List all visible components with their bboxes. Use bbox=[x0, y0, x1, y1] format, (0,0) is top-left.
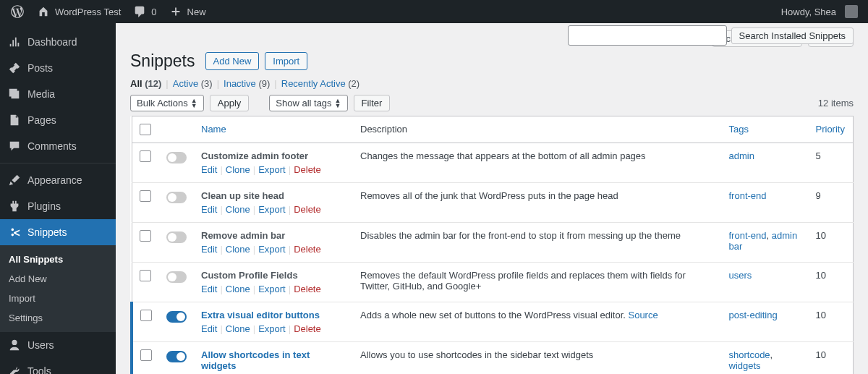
snippet-description: Disables the admin bar for the front-end… bbox=[360, 230, 681, 241]
row-checkbox[interactable] bbox=[140, 349, 152, 361]
export-link[interactable]: Export bbox=[258, 323, 286, 334]
submenu-item-import[interactable]: Import bbox=[0, 289, 116, 308]
delete-link[interactable]: Delete bbox=[294, 323, 321, 334]
sort-priority[interactable]: Priority bbox=[816, 124, 845, 135]
active-toggle[interactable] bbox=[166, 311, 187, 323]
edit-link[interactable]: Edit bbox=[201, 244, 217, 255]
menu-item-posts[interactable]: Posts bbox=[0, 55, 116, 81]
row-checkbox[interactable] bbox=[140, 150, 151, 162]
user-icon bbox=[7, 338, 22, 352]
row-actions: Edit|Clone|Export|Delete bbox=[201, 323, 346, 334]
view-filter-recently-active[interactable]: Recently Active (2) bbox=[281, 78, 359, 89]
table-row: Customize admin footerEdit|Clone|Export|… bbox=[132, 143, 854, 183]
add-new-button[interactable]: Add New bbox=[205, 52, 260, 70]
active-toggle[interactable] bbox=[166, 271, 187, 283]
export-link[interactable]: Export bbox=[258, 204, 286, 215]
wp-logo[interactable] bbox=[4, 0, 30, 23]
table-row: Remove admin barEdit|Clone|Export|Delete… bbox=[132, 223, 854, 263]
my-account[interactable]: Howdy, Shea bbox=[775, 0, 864, 23]
filter-button[interactable]: Filter bbox=[354, 95, 391, 111]
select-all-checkbox[interactable] bbox=[140, 124, 151, 135]
tag-link[interactable]: front-end bbox=[729, 230, 767, 241]
menu-label: Tools bbox=[27, 365, 51, 374]
view-filter-all[interactable]: All (12) bbox=[130, 78, 161, 89]
menu-item-media[interactable]: Media bbox=[0, 81, 116, 107]
submenu-item-add-new[interactable]: Add New bbox=[0, 269, 116, 289]
tags-filter-select[interactable]: Show all tags ▲▼ bbox=[269, 95, 347, 111]
pin-icon bbox=[7, 61, 22, 75]
edit-link[interactable]: Edit bbox=[201, 204, 217, 215]
plugin-icon bbox=[7, 199, 22, 213]
menu-item-pages[interactable]: Pages bbox=[0, 107, 116, 133]
delete-link[interactable]: Delete bbox=[294, 204, 321, 215]
apply-button[interactable]: Apply bbox=[210, 95, 250, 111]
home-icon bbox=[36, 4, 51, 19]
new-content[interactable]: New bbox=[163, 0, 212, 23]
row-checkbox[interactable] bbox=[140, 310, 152, 321]
menu-item-snippets[interactable]: Snippets bbox=[0, 219, 116, 245]
clone-link[interactable]: Clone bbox=[226, 323, 250, 334]
edit-link[interactable]: Edit bbox=[201, 323, 217, 334]
tag-link[interactable]: front-end bbox=[729, 190, 767, 201]
tag-link[interactable]: post-editing bbox=[729, 310, 778, 320]
comments-moderation[interactable]: 0 bbox=[127, 0, 162, 23]
edit-link[interactable]: Edit bbox=[201, 284, 217, 294]
view-count: (2) bbox=[348, 78, 359, 89]
active-toggle[interactable] bbox=[166, 192, 187, 203]
search-button[interactable]: Search Installed Snippets bbox=[731, 27, 854, 44]
clone-link[interactable]: Clone bbox=[226, 204, 250, 215]
delete-link[interactable]: Delete bbox=[294, 164, 321, 175]
active-toggle[interactable] bbox=[166, 152, 187, 163]
delete-link[interactable]: Delete bbox=[294, 284, 321, 294]
avatar-icon bbox=[845, 5, 858, 18]
active-toggle[interactable] bbox=[166, 231, 187, 243]
menu-label: Posts bbox=[27, 62, 53, 74]
snippet-title[interactable]: Allow shortcodes in text widgets bbox=[201, 349, 346, 371]
export-link[interactable]: Export bbox=[258, 244, 286, 255]
export-link[interactable]: Export bbox=[258, 284, 286, 294]
menu-item-plugins[interactable]: Plugins bbox=[0, 193, 116, 219]
snippet-title[interactable]: Customize admin footer bbox=[201, 150, 346, 161]
snippet-title[interactable]: Clean up site head bbox=[201, 190, 346, 201]
new-label: New bbox=[187, 7, 206, 17]
table-row: Allow shortcodes in text widgetsEdit|Clo… bbox=[132, 342, 854, 375]
view-filter-inactive[interactable]: Inactive (9) bbox=[224, 78, 270, 89]
snippet-title[interactable]: Extra visual editor buttons bbox=[201, 310, 346, 320]
submenu-item-settings[interactable]: Settings bbox=[0, 308, 116, 328]
menu-item-comments[interactable]: Comments bbox=[0, 133, 116, 159]
tag-link[interactable]: widgets bbox=[729, 360, 761, 371]
priority-value: 9 bbox=[809, 183, 854, 223]
tag-link[interactable]: admin bbox=[729, 150, 754, 161]
tag-link[interactable]: shortcode bbox=[729, 349, 770, 360]
menu-item-tools[interactable]: Tools bbox=[0, 358, 116, 374]
main-content: Screen Options▼ Help▼ Search Installed S… bbox=[116, 23, 868, 374]
menu-item-users[interactable]: Users bbox=[0, 332, 116, 358]
submenu-item-all-snippets[interactable]: All Snippets bbox=[0, 250, 116, 269]
sort-name[interactable]: Name bbox=[201, 124, 226, 135]
export-link[interactable]: Export bbox=[258, 164, 286, 175]
admin-sidebar: DashboardPostsMediaPagesCommentsAppearan… bbox=[0, 23, 116, 374]
delete-link[interactable]: Delete bbox=[294, 244, 321, 255]
search-input[interactable] bbox=[568, 25, 727, 46]
row-checkbox[interactable] bbox=[140, 190, 151, 202]
row-checkbox[interactable] bbox=[140, 230, 151, 242]
row-checkbox[interactable] bbox=[140, 270, 151, 281]
snippet-title[interactable]: Custom Profile Fields bbox=[201, 270, 346, 281]
clone-link[interactable]: Clone bbox=[226, 164, 250, 175]
active-toggle[interactable] bbox=[166, 351, 187, 362]
clone-link[interactable]: Clone bbox=[226, 284, 250, 294]
menu-item-appearance[interactable]: Appearance bbox=[0, 167, 116, 193]
bulk-actions-select[interactable]: Bulk Actions ▲▼ bbox=[130, 95, 204, 111]
edit-link[interactable]: Edit bbox=[201, 164, 217, 175]
menu-label: Pages bbox=[27, 114, 56, 126]
view-filter-active[interactable]: Active (3) bbox=[173, 78, 213, 89]
snippet-title[interactable]: Remove admin bar bbox=[201, 230, 346, 241]
import-button[interactable]: Import bbox=[265, 52, 307, 70]
source-link[interactable]: Source bbox=[628, 310, 658, 320]
menu-item-dashboard[interactable]: Dashboard bbox=[0, 29, 116, 55]
sort-tags[interactable]: Tags bbox=[729, 124, 749, 135]
site-home[interactable]: WordPress Test bbox=[30, 0, 127, 23]
tag-link[interactable]: users bbox=[729, 270, 752, 281]
menu-label: Appearance bbox=[27, 174, 82, 186]
clone-link[interactable]: Clone bbox=[226, 244, 250, 255]
